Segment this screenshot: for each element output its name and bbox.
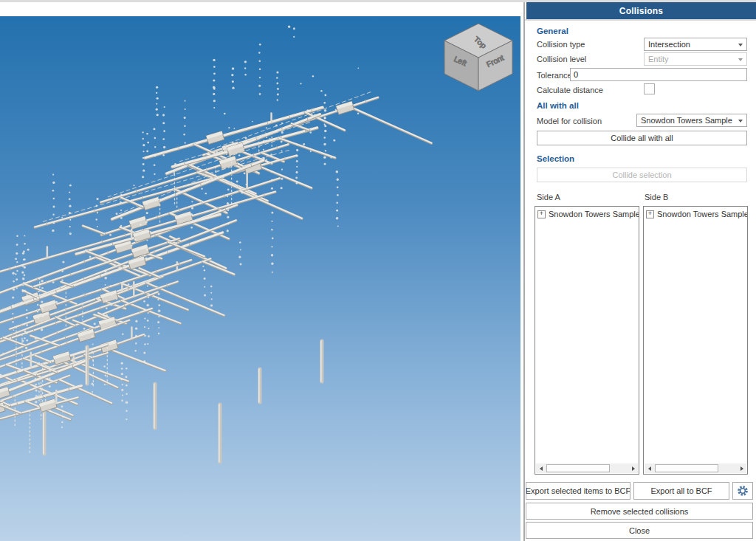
side-a-tree[interactable]: Snowdon Towers Sample HV xyxy=(535,206,639,475)
side-b-tree[interactable]: Snowdon Towers Sample HV xyxy=(643,206,748,475)
export-all-to-bcf-button[interactable]: Export all to BCF xyxy=(633,482,729,500)
scrollbar-thumb[interactable] xyxy=(655,464,718,472)
tree-item[interactable]: Snowdon Towers Sample HV xyxy=(644,207,747,218)
scroll-right-arrow[interactable] xyxy=(628,464,638,473)
scroll-left-arrow[interactable] xyxy=(645,464,654,473)
tree-item-label: Snowdon Towers Sample HV xyxy=(657,210,747,218)
window-top-strip xyxy=(0,0,756,2)
side-a-hscrollbar[interactable] xyxy=(536,464,638,473)
tree-item[interactable]: Snowdon Towers Sample HV xyxy=(535,207,639,218)
expand-icon[interactable] xyxy=(646,210,654,218)
model-viewport[interactable]: Top Left Front xyxy=(0,0,520,541)
close-button[interactable]: Close xyxy=(526,522,753,539)
chevron-down-icon xyxy=(738,44,743,46)
collision-level-value: Entity xyxy=(648,55,669,63)
side-b-label: Side B xyxy=(645,193,668,201)
section-selection-heading: Selection xyxy=(537,154,574,163)
model-for-collision-label: Model for collision xyxy=(537,117,602,125)
viewport-3d[interactable]: Top Left Front xyxy=(0,0,520,541)
collision-level-dropdown[interactable]: Entity xyxy=(644,52,747,66)
calculate-distance-label: Calculate distance xyxy=(537,86,603,94)
tolerance-input[interactable] xyxy=(570,68,747,81)
side-b-hscrollbar[interactable] xyxy=(645,464,746,473)
calculate-distance-checkbox[interactable] xyxy=(644,83,655,94)
scroll-left-arrow[interactable] xyxy=(536,464,546,473)
model-for-collision-dropdown[interactable]: Snowdon Towers Sample HVA xyxy=(636,114,747,127)
gear-icon xyxy=(736,484,749,497)
panel-title: Collisions xyxy=(526,2,756,19)
tree-item-label: Snowdon Towers Sample HV xyxy=(549,210,639,218)
collision-type-dropdown[interactable]: Intersection xyxy=(644,38,747,51)
collide-selection-button[interactable]: Collide selection xyxy=(537,168,747,182)
tolerance-label: Tolerance xyxy=(537,71,572,80)
scroll-right-arrow[interactable] xyxy=(737,464,746,473)
collide-all-with-all-button[interactable]: Collide all with all xyxy=(537,131,747,145)
chevron-down-icon xyxy=(738,120,743,123)
export-selected-to-bcf-button[interactable]: Export selected items to BCF xyxy=(526,482,630,500)
section-all-with-all-heading: All with all xyxy=(537,101,579,110)
collision-type-label: Collision type xyxy=(537,40,585,49)
side-a-label: Side A xyxy=(537,193,560,201)
header-underline xyxy=(525,19,756,21)
model-for-collision-value: Snowdon Towers Sample HVA xyxy=(641,116,735,125)
application-window: Top Left Front Collisions General Collis… xyxy=(0,0,756,541)
bcf-settings-button[interactable] xyxy=(732,482,753,500)
scrollbar-thumb[interactable] xyxy=(546,464,610,472)
remove-selected-collisions-button[interactable]: Remove selected collisions xyxy=(526,503,753,520)
collision-type-value: Intersection xyxy=(648,40,690,49)
collision-level-label: Collision level xyxy=(537,55,586,63)
chevron-down-icon xyxy=(738,58,743,61)
section-general-heading: General xyxy=(537,27,568,35)
expand-icon[interactable] xyxy=(537,210,546,218)
collisions-panel: Collisions General Collision type Inters… xyxy=(525,0,756,541)
